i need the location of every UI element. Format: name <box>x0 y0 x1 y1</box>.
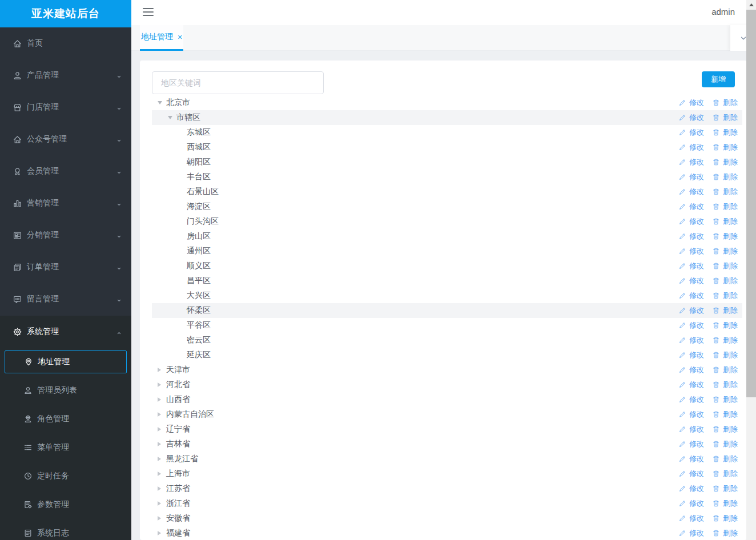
edit-action[interactable]: 修改 <box>678 380 704 390</box>
edit-action[interactable]: 修改 <box>678 409 704 420</box>
caret-right-icon[interactable] <box>158 501 166 506</box>
tab-close-icon[interactable]: × <box>178 33 182 42</box>
sidebar-item-0[interactable]: 首页 <box>0 27 131 59</box>
edit-action[interactable]: 修改 <box>678 231 704 241</box>
edit-action[interactable]: 修改 <box>678 98 704 108</box>
tree-row[interactable]: 上海市修改删除 <box>152 466 742 481</box>
tree-row[interactable]: 平谷区修改删除 <box>152 318 742 333</box>
edit-action[interactable]: 修改 <box>678 483 704 494</box>
user-menu[interactable]: admin <box>711 7 735 17</box>
scrollbar-thumb[interactable] <box>746 10 756 397</box>
delete-action[interactable]: 删除 <box>712 127 738 138</box>
edit-action[interactable]: 修改 <box>678 305 704 316</box>
caret-right-icon[interactable] <box>158 486 166 491</box>
edit-action[interactable]: 修改 <box>678 261 704 271</box>
tree-row[interactable]: 山西省修改删除 <box>152 392 742 407</box>
edit-action[interactable]: 修改 <box>678 216 704 227</box>
delete-action[interactable]: 删除 <box>712 513 738 523</box>
edit-action[interactable]: 修改 <box>678 394 704 405</box>
tree-row[interactable]: 怀柔区修改删除 <box>152 303 742 318</box>
delete-action[interactable]: 删除 <box>712 216 738 227</box>
delete-action[interactable]: 删除 <box>712 528 738 538</box>
edit-action[interactable]: 修改 <box>678 202 704 212</box>
delete-action[interactable]: 删除 <box>712 261 738 271</box>
edit-action[interactable]: 修改 <box>678 127 704 138</box>
edit-action[interactable]: 修改 <box>678 439 704 449</box>
caret-right-icon[interactable] <box>158 382 166 387</box>
edit-action[interactable]: 修改 <box>678 350 704 360</box>
sidebar-subitem-5[interactable]: 参数管理 <box>0 490 131 519</box>
tree-row[interactable]: 内蒙古自治区修改删除 <box>152 407 742 422</box>
edit-action[interactable]: 修改 <box>678 291 704 301</box>
sidebar-item-7[interactable]: 订单管理 <box>0 251 131 283</box>
delete-action[interactable]: 删除 <box>712 142 738 152</box>
edit-action[interactable]: 修改 <box>678 528 704 538</box>
delete-action[interactable]: 删除 <box>712 469 738 479</box>
edit-action[interactable]: 修改 <box>678 142 704 152</box>
sidebar-subitem-1[interactable]: 管理员列表 <box>0 376 131 405</box>
delete-action[interactable]: 删除 <box>712 202 738 212</box>
edit-action[interactable]: 修改 <box>678 335 704 345</box>
tree-row[interactable]: 通州区修改删除 <box>152 244 742 259</box>
tree-row[interactable]: 河北省修改删除 <box>152 377 742 392</box>
sidebar-toggle-hamburger-icon[interactable] <box>143 8 154 17</box>
delete-action[interactable]: 删除 <box>712 424 738 434</box>
edit-action[interactable]: 修改 <box>678 157 704 167</box>
caret-right-icon[interactable] <box>158 472 166 476</box>
sidebar-item-9[interactable]: 系统管理 <box>0 316 131 348</box>
delete-action[interactable]: 删除 <box>712 172 738 182</box>
tree-row[interactable]: 东城区修改删除 <box>152 125 742 140</box>
tree-row[interactable]: 朝阳区修改删除 <box>152 155 742 170</box>
delete-action[interactable]: 删除 <box>712 439 738 449</box>
caret-right-icon[interactable] <box>158 516 166 521</box>
sidebar-subitem-4[interactable]: 定时任务 <box>0 462 131 490</box>
caret-right-icon[interactable] <box>158 531 166 535</box>
delete-action[interactable]: 删除 <box>712 350 738 360</box>
add-button[interactable]: 新增 <box>702 71 735 87</box>
delete-action[interactable]: 删除 <box>712 291 738 301</box>
delete-action[interactable]: 删除 <box>712 365 738 375</box>
delete-action[interactable]: 删除 <box>712 394 738 405</box>
edit-action[interactable]: 修改 <box>678 187 704 197</box>
sidebar-item-3[interactable]: 公众号管理 <box>0 123 131 155</box>
caret-right-icon[interactable] <box>158 442 166 446</box>
delete-action[interactable]: 删除 <box>712 276 738 286</box>
delete-action[interactable]: 删除 <box>712 454 738 464</box>
tree-row[interactable]: 丰台区修改删除 <box>152 170 742 184</box>
tree-row[interactable]: 西城区修改删除 <box>152 140 742 155</box>
edit-action[interactable]: 修改 <box>678 320 704 331</box>
tab-address-management[interactable]: 地址管理 × <box>140 25 183 51</box>
tree-row[interactable]: 昌平区修改删除 <box>152 273 742 288</box>
delete-action[interactable]: 删除 <box>712 231 738 241</box>
delete-action[interactable]: 删除 <box>712 98 738 108</box>
edit-action[interactable]: 修改 <box>678 276 704 286</box>
edit-action[interactable]: 修改 <box>678 424 704 434</box>
tree-row[interactable]: 延庆区修改删除 <box>152 348 742 362</box>
tree-row[interactable]: 吉林省修改删除 <box>152 437 742 452</box>
delete-action[interactable]: 删除 <box>712 335 738 345</box>
tree-row[interactable]: 顺义区修改删除 <box>152 259 742 273</box>
delete-action[interactable]: 删除 <box>712 320 738 331</box>
sidebar-subitem-0[interactable]: 地址管理 <box>5 350 127 373</box>
delete-action[interactable]: 删除 <box>712 409 738 420</box>
sidebar-item-8[interactable]: 留言管理 <box>0 283 131 315</box>
edit-action[interactable]: 修改 <box>678 469 704 479</box>
tree-row[interactable]: 安徽省修改删除 <box>152 511 742 526</box>
edit-action[interactable]: 修改 <box>678 498 704 509</box>
caret-right-icon[interactable] <box>158 397 166 402</box>
edit-action[interactable]: 修改 <box>678 112 704 123</box>
sidebar-item-4[interactable]: 会员管理 <box>0 155 131 187</box>
tree-row[interactable]: 黑龙江省修改删除 <box>152 452 742 466</box>
tree-row[interactable]: 海淀区修改删除 <box>152 199 742 214</box>
tree-row[interactable]: 福建省修改删除 <box>152 526 742 540</box>
edit-action[interactable]: 修改 <box>678 246 704 256</box>
region-search-input[interactable] <box>152 71 324 94</box>
delete-action[interactable]: 删除 <box>712 246 738 256</box>
caret-right-icon[interactable] <box>158 412 166 417</box>
tree-row[interactable]: 江苏省修改删除 <box>152 481 742 496</box>
tree-row[interactable]: 天津市修改删除 <box>152 362 742 377</box>
delete-action[interactable]: 删除 <box>712 187 738 197</box>
scrollbar-up-arrow[interactable] <box>746 0 756 10</box>
sidebar-item-5[interactable]: 营销管理 <box>0 187 131 219</box>
tree-row[interactable]: 北京市修改删除 <box>152 95 742 110</box>
